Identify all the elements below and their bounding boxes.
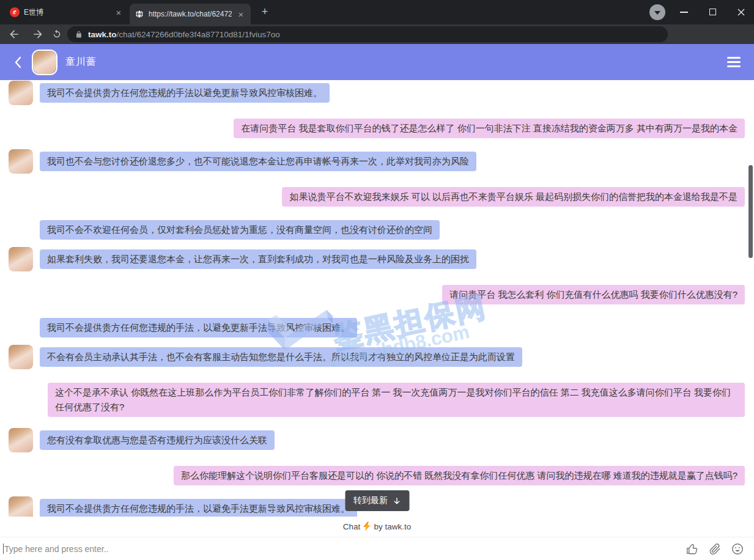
hamburger-menu-icon[interactable] [727, 57, 741, 70]
agent-avatar [9, 345, 33, 369]
tab-close-icon[interactable]: × [236, 10, 246, 19]
chat-message: 如果说贵平台不欢迎我来娱乐 可以 以后再也不来贵平台娱乐 最起码别损失你们的信誉… [0, 187, 754, 207]
tab-title: E世博 [24, 7, 109, 18]
chat-message: 不会有会员主动承认其手法，也不会有客服主动告知您您是什么手法。所以我司才有独立的… [0, 347, 754, 369]
avatar-photo [33, 51, 56, 74]
jump-to-latest-button[interactable]: 转到最新 [345, 490, 409, 511]
agent-avatar [9, 496, 33, 517]
chat-message: 您有没有拿取优惠与您是否有违规行为应该没什么关联 [0, 430, 754, 452]
chat-header: 童川蔷 [0, 44, 754, 80]
agent-avatar [32, 50, 57, 75]
lightning-bolt-icon [363, 521, 371, 531]
lock-icon [75, 31, 83, 39]
composer-icons [686, 542, 754, 556]
message-list: 我司不会提供贵方任何您违规的手法以避免更新导致风控审核困难。在请问贵平台 我是套… [0, 80, 754, 517]
agent-avatar [9, 247, 33, 271]
media-controls-icon[interactable] [649, 4, 665, 20]
reload-icon[interactable] [51, 29, 62, 40]
emoji-smiley-icon[interactable] [731, 542, 744, 556]
message-bubble: 我司不会提供贵方任何您违规的手法，以避免更新手法导致风控审核困难。 [40, 318, 357, 337]
chat-message: 我司不会提供贵方任何您违规的手法以避免更新导致风控审核困难。 [0, 83, 754, 105]
maximize-icon[interactable] [709, 9, 716, 15]
thumbs-up-icon[interactable] [686, 542, 699, 556]
agent-avatar [9, 149, 33, 174]
chat-message: 我司不会不欢迎任何会员，仅对套利会员惩处皆为重惩，没有商量空间，也没有讨价还价的… [0, 220, 754, 240]
message-bubble: 不会有会员主动承认其手法，也不会有客服主动告知您您是什么手法。所以我司才有独立的… [40, 347, 522, 367]
back-icon[interactable] [8, 28, 20, 40]
arrow-down-icon [393, 496, 401, 506]
e-logo-icon: e [10, 7, 20, 17]
composer-bar [0, 537, 754, 560]
tab-esball[interactable]: e E世博 × [5, 0, 128, 24]
chat-message: 请问贵平台 我怎么套利 你们充值有什么优惠吗 我要你们什么优惠没有? [0, 285, 754, 304]
url-text: tawk.to/chat/6247266d0bfe3f4a87710d81/1f… [88, 30, 280, 39]
message-bubble: 您有没有拿取优惠与您是否有违规行为应该没什么关联 [40, 430, 275, 450]
tawk-branding[interactable]: Chat by tawk.to [0, 520, 754, 533]
close-icon[interactable] [737, 8, 745, 17]
browser-tab-strip: e E世博 × https://tawk.to/chat/6247266d × … [0, 0, 754, 24]
message-input[interactable] [0, 544, 686, 554]
tab-tawk-chat[interactable]: https://tawk.to/chat/6247266d × [130, 4, 251, 24]
message-bubble: 如果说贵平台不欢迎我来娱乐 可以 以后再也不来贵平台娱乐 最起码别损失你们的信誉… [282, 187, 745, 207]
chat-message: 如果套利失败，我司还要退您本金，让您再来一次，直到套利成功，对我司也是一种风险及… [0, 249, 754, 271]
browser-toolbar: tawk.to/chat/6247266d0bfe3f4a87710d81/1f… [0, 24, 754, 44]
agent-avatar [9, 81, 33, 105]
tab-close-icon[interactable]: × [114, 8, 124, 17]
branding-chat-label: Chat [343, 522, 361, 531]
address-bar[interactable]: tawk.to/chat/6247266d0bfe3f4a87710d81/1f… [67, 26, 668, 42]
message-bubble: 如果套利失败，我司还要退您本金，让您再来一次，直到套利成功，对我司也是一种风险及… [40, 249, 476, 269]
message-bubble: 这个不是承不承认 你既然在这上班那么作为平台员工你们非常了解你们的平台 第一 我… [48, 383, 745, 417]
paperclip-icon[interactable] [708, 542, 722, 556]
message-bubble: 我司不会提供贵方任何您违规的手法，以避免手法更新导致风控审核困难。 [40, 499, 357, 517]
agent-name: 童川蔷 [65, 56, 97, 68]
message-bubble: 我司不会不欢迎任何会员，仅对套利会员惩处皆为重惩，没有商量空间，也没有讨价还价的… [40, 220, 440, 240]
chat-message: 我司也不会与您讨价还价退您多少，也不可能说退您本金让您再申请帐号再来一次，此举对… [0, 152, 754, 174]
message-bubble: 请问贵平台 我怎么套利 你们充值有什么优惠吗 我要你们什么优惠没有? [442, 285, 745, 304]
tab-title: https://tawk.to/chat/6247266d [149, 10, 232, 18]
chat-message: 那么你能理解这个说明你们平台客服还是可以的 你说的不错 既然我没有拿你们任何优惠… [0, 466, 754, 485]
message-bubble: 我司也不会与您讨价还价退您多少，也不可能说退您本金让您再申请帐号再来一次，此举对… [40, 152, 476, 171]
message-bubble: 我司不会提供贵方任何您违规的手法以避免更新导致风控审核困难。 [40, 83, 330, 103]
globe-icon [135, 9, 144, 19]
scrollbar-thumb[interactable] [748, 165, 753, 258]
minimize-icon[interactable] [680, 12, 688, 13]
url-path: /chat/6247266d0bfe3f4a87710d81/1fvius7oo [117, 30, 280, 39]
chevron-left-icon[interactable] [13, 56, 22, 69]
chat-message: 在请问贵平台 我是套取你们平台的钱了还是怎么样了 你们一句非法下注 直接冻结我的… [0, 119, 754, 138]
chat-message: 这个不是承不承认 你既然在这上班那么作为平台员工你们非常了解你们的平台 第一 我… [0, 383, 754, 417]
agent-avatar [9, 428, 33, 452]
chat-message: 我司不会提供贵方任何您违规的手法，以避免更新手法导致风控审核困难。 [0, 318, 754, 337]
branding-by-label: by tawk.to [374, 522, 411, 531]
url-host: tawk.to [88, 30, 117, 39]
new-tab-button[interactable]: + [259, 6, 271, 18]
message-bubble: 在请问贵平台 我是套取你们平台的钱了还是怎么样了 你们一句非法下注 直接冻结我的… [234, 119, 745, 138]
chat-page: 童川蔷 我司不会提供贵方任何您违规的手法以避免更新导致风控审核困难。在请问贵平台… [0, 44, 754, 560]
jump-to-latest-label: 转到最新 [353, 495, 388, 506]
forward-icon[interactable] [32, 28, 44, 40]
text-caret [3, 543, 4, 554]
message-bubble: 那么你能理解这个说明你们平台客服还是可以的 你说的不错 既然我没有拿你们任何优惠… [174, 466, 745, 485]
